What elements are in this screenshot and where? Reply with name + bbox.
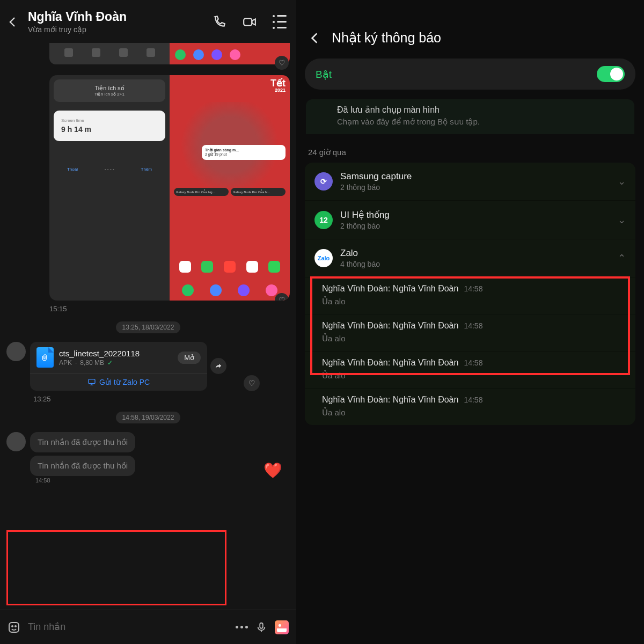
toggle-switch-on[interactable] (597, 66, 625, 82)
avatar[interactable] (6, 432, 26, 451)
message-time: 15:15 (49, 305, 290, 313)
gallery-icon[interactable] (275, 620, 289, 634)
svg-rect-1 (89, 379, 95, 384)
chat-scroll-area[interactable]: ♡ Tiện ích số Tiện ích số 2+1 Screen tim… (0, 43, 296, 606)
chevron-up-icon: ⌃ (618, 252, 626, 264)
chat-title[interactable]: Nghĩa Vĩnh Đoàn (28, 10, 204, 24)
back-icon[interactable] (6, 16, 19, 28)
notification-item[interactable]: Nghĩa Vĩnh Đoàn: Nghĩa Vĩnh Đoàn14:58 Ủa… (305, 277, 635, 314)
widget-title: Tiện ích số (59, 85, 160, 92)
group-zalo[interactable]: Zalo Zalo 4 thông báo ⌃ (305, 239, 635, 277)
group-samsung-capture[interactable]: ⟳ Samsung capture 2 thông báo ⌄ (305, 163, 635, 201)
right-header: Nhật ký thông báo (296, 0, 644, 55)
recalled-message: Tin nhắn đã được thu hồi (6, 432, 290, 452)
group-system-ui[interactable]: 12 UI Hệ thống 2 thông báo ⌄ (305, 201, 635, 239)
highlight-box (6, 530, 226, 605)
sticker-icon[interactable] (8, 621, 20, 634)
forward-icon[interactable] (210, 358, 226, 374)
video-call-icon[interactable] (243, 15, 257, 29)
menu-list-icon[interactable] (273, 15, 287, 29)
app-icon: ⟳ (314, 172, 333, 191)
react-heart-icon[interactable]: ♡ (275, 56, 289, 70)
heart-reaction-icon[interactable]: ❤️ (264, 462, 282, 479)
chevron-down-icon: ⌄ (618, 214, 626, 226)
message-time: 13:25 (33, 395, 290, 403)
svg-rect-2 (9, 623, 19, 632)
notification-item[interactable]: Nghĩa Vĩnh Đoàn: Nghĩa Vĩnh Đoàn14:58 Ủa… (305, 389, 635, 425)
microphone-icon[interactable] (255, 621, 267, 633)
enable-toggle-row[interactable]: Bật (305, 58, 635, 90)
app-icon: 12 (314, 211, 333, 229)
voice-call-icon[interactable] (213, 15, 226, 29)
message-time: 14:58 (35, 477, 290, 484)
file-message: cts_linetest_20220118 APK · 8,80 MB ✓ Mở… (6, 342, 290, 391)
date-separator: 14:58, 19/03/2022 (116, 412, 181, 423)
file-icon (36, 347, 54, 368)
svg-rect-0 (244, 18, 252, 25)
chat-header: Nghĩa Vĩnh Đoàn Vừa mới truy cập (0, 0, 296, 40)
notification-item[interactable]: Nghĩa Vĩnh Đoàn: Nghĩa Vĩnh Đoàn14:58 Ủa… (305, 314, 635, 352)
message-composer (0, 610, 296, 644)
date-separator: 13:25, 18/03/2022 (116, 321, 181, 333)
svg-point-3 (12, 626, 13, 627)
notification-item-truncated[interactable]: Đã lưu ảnh chụp màn hình Chạm vào đây để… (306, 99, 634, 135)
notification-group-list: ⟳ Samsung capture 2 thông báo ⌄ 12 UI Hệ… (305, 163, 635, 425)
avatar[interactable] (6, 342, 26, 361)
image-message-1[interactable]: ♡ (49, 43, 290, 64)
screen-time-label: Screen time (61, 118, 158, 123)
screen-time-value: 9 h 14 m (61, 125, 158, 134)
file-name: cts_linetest_20220118 (59, 349, 172, 358)
app-icon: Zalo (314, 249, 333, 267)
sent-from-label: Gửi từ Zalo PC (30, 373, 207, 391)
widget-sub: Tiện ích số 2+1 (59, 92, 160, 97)
back-icon[interactable] (308, 31, 322, 45)
react-heart-icon[interactable]: ♡ (244, 375, 260, 391)
chevron-down-icon: ⌄ (618, 175, 626, 187)
page-title: Nhật ký thông báo (332, 30, 441, 46)
svg-rect-5 (260, 623, 263, 628)
toggle-label: Bật (316, 68, 332, 80)
notification-item[interactable]: Nghĩa Vĩnh Đoàn: Nghĩa Vĩnh Đoàn14:58 Ủa… (305, 352, 635, 389)
zalo-chat-screen: Nghĩa Vĩnh Đoàn Vừa mới truy cập (0, 0, 296, 644)
notification-log-screen: Nhật ký thông báo Bật Đã lưu ảnh chụp mà… (296, 0, 644, 644)
more-icon[interactable] (236, 626, 248, 628)
svg-point-4 (15, 626, 16, 627)
file-bubble[interactable]: cts_linetest_20220118 APK · 8,80 MB ✓ Mở… (30, 342, 207, 391)
check-icon: ✓ (107, 359, 113, 367)
message-input[interactable] (28, 621, 228, 633)
chat-subtitle: Vừa mới truy cập (28, 25, 204, 34)
section-label: 24 giờ qua (308, 148, 632, 157)
open-button[interactable]: Mở (178, 352, 201, 364)
image-message-2[interactable]: Tiện ích số Tiện ích số 2+1 Screen time … (49, 75, 290, 301)
